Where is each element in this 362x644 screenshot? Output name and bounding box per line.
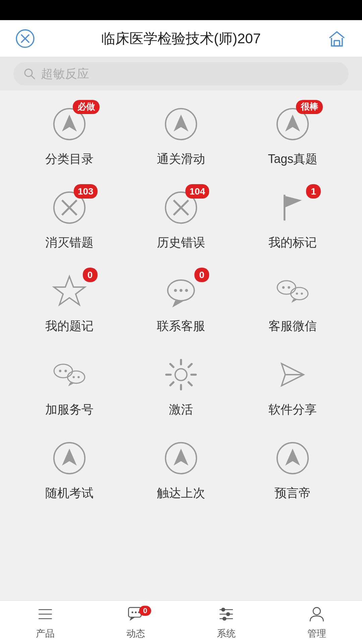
grid-item-my-notes[interactable]: 0我的题记 xyxy=(20,271,118,334)
clear-errors-label: 消灭错题 xyxy=(45,234,94,251)
classify-icon-wrapper: 必做 xyxy=(49,104,89,144)
page-title: 临床医学检验技术(师)207 xyxy=(101,29,261,48)
svg-point-26 xyxy=(288,286,290,288)
grid-item-tags[interactable]: 很棒Tags真题 xyxy=(244,104,342,167)
close-button[interactable] xyxy=(13,27,37,50)
search-input[interactable]: 超敏反应 xyxy=(13,62,349,86)
grid-item-contact-service[interactable]: 0联系客服 xyxy=(132,271,230,334)
grid-item-activate[interactable]: 激活 xyxy=(132,355,230,418)
my-marks-icon-wrapper: 1 xyxy=(273,187,313,228)
svg-rect-3 xyxy=(334,41,340,46)
svg-point-36 xyxy=(175,369,187,380)
touch-last-label: 触达上次 xyxy=(157,485,205,501)
svg-point-24 xyxy=(277,281,296,294)
svg-marker-41 xyxy=(62,448,77,466)
search-icon xyxy=(23,68,36,80)
search-placeholder: 超敏反应 xyxy=(41,66,89,82)
clear-errors-icon-wrapper: 103 xyxy=(49,187,89,228)
svg-point-58 xyxy=(223,617,226,620)
tab-bar: 产品0动态系统管理 xyxy=(0,600,362,644)
products-tab-icon xyxy=(36,605,54,625)
svg-point-33 xyxy=(67,371,84,383)
predict-icon-wrapper xyxy=(273,438,313,478)
predict-label: 预言帝 xyxy=(275,485,311,501)
random-test-label: 随机考试 xyxy=(45,485,94,501)
tab-system[interactable]: 系统 xyxy=(181,605,272,640)
tab-manage[interactable]: 管理 xyxy=(272,605,362,640)
header: 临床医学检验技术(师)207 xyxy=(0,20,362,57)
svg-point-29 xyxy=(301,292,303,294)
classify-badge: 必做 xyxy=(73,100,100,114)
svg-point-27 xyxy=(291,287,308,300)
share-label: 软件分享 xyxy=(268,401,317,418)
svg-point-51 xyxy=(135,611,136,613)
pass-icon-wrapper xyxy=(161,104,201,144)
clear-errors-badge: 103 xyxy=(74,184,98,199)
pass-label: 通关滑动 xyxy=(157,151,205,167)
svg-point-30 xyxy=(54,364,72,378)
svg-point-21 xyxy=(174,289,177,292)
dynamic-tab-badge: 0 xyxy=(139,606,151,616)
grid-item-pass[interactable]: 通关滑动 xyxy=(132,104,230,167)
grid-item-history-errors[interactable]: 104历史错误 xyxy=(132,187,230,251)
history-errors-icon-wrapper: 104 xyxy=(161,187,201,228)
random-test-icon-wrapper xyxy=(49,438,89,478)
svg-point-56 xyxy=(222,608,225,611)
grid-item-clear-errors[interactable]: 103消灭错题 xyxy=(20,187,118,251)
svg-point-31 xyxy=(59,370,61,372)
tab-dynamic[interactable]: 0动态 xyxy=(90,605,181,640)
home-button[interactable] xyxy=(325,27,349,50)
add-service-icon-wrapper xyxy=(49,355,89,395)
svg-point-23 xyxy=(185,289,188,292)
svg-point-50 xyxy=(131,611,133,613)
tags-icon-wrapper: 很棒 xyxy=(273,104,313,144)
svg-point-34 xyxy=(72,376,74,378)
my-notes-icon-wrapper: 0 xyxy=(49,271,89,311)
svg-point-22 xyxy=(180,289,183,292)
svg-point-25 xyxy=(282,286,285,288)
my-notes-label: 我的题记 xyxy=(45,318,94,334)
tags-label: Tags真题 xyxy=(268,151,317,167)
svg-marker-43 xyxy=(174,448,188,466)
grid-area: 必做分类目录通关滑动很棒Tags真题103消灭错题104历史错误1我的标记0我的… xyxy=(0,91,362,515)
grid-item-my-marks[interactable]: 1我的标记 xyxy=(244,187,342,251)
svg-point-57 xyxy=(227,612,230,615)
status-bar xyxy=(0,0,362,20)
activate-icon-wrapper xyxy=(161,355,201,395)
system-tab-label: 系统 xyxy=(217,627,236,640)
svg-point-28 xyxy=(296,292,298,294)
svg-marker-11 xyxy=(285,114,300,131)
history-errors-badge: 104 xyxy=(185,184,209,199)
svg-marker-45 xyxy=(285,448,300,466)
my-marks-badge: 1 xyxy=(306,184,321,199)
contact-service-label: 联系客服 xyxy=(157,318,205,334)
svg-marker-9 xyxy=(174,114,188,131)
grid-item-wechat-service[interactable]: 客服微信 xyxy=(244,271,342,334)
classify-label: 分类目录 xyxy=(45,151,94,167)
dynamic-tab-label: 动态 xyxy=(126,627,145,640)
my-marks-label: 我的标记 xyxy=(268,234,317,251)
tags-badge: 很棒 xyxy=(296,100,323,114)
tab-products[interactable]: 产品 xyxy=(0,605,90,640)
contact-service-icon-wrapper: 0 xyxy=(161,271,201,311)
search-bar: 超敏反应 xyxy=(0,57,362,91)
grid-item-random-test[interactable]: 随机考试 xyxy=(20,438,118,501)
grid-item-classify[interactable]: 必做分类目录 xyxy=(20,104,118,167)
manage-tab-icon xyxy=(308,605,326,625)
svg-marker-19 xyxy=(54,276,84,305)
wechat-service-icon-wrapper xyxy=(273,271,313,311)
products-tab-label: 产品 xyxy=(36,627,55,640)
manage-tab-label: 管理 xyxy=(307,627,326,640)
system-tab-icon xyxy=(217,605,235,625)
grid-item-touch-last[interactable]: 触达上次 xyxy=(132,438,230,501)
my-notes-badge: 0 xyxy=(83,268,98,282)
svg-point-32 xyxy=(64,370,67,372)
svg-line-5 xyxy=(31,75,35,79)
svg-point-59 xyxy=(313,607,320,615)
grid-item-add-service[interactable]: 加服务号 xyxy=(20,355,118,418)
share-icon-wrapper xyxy=(273,355,313,395)
add-service-label: 加服务号 xyxy=(45,401,94,418)
svg-point-35 xyxy=(77,376,79,378)
grid-item-share[interactable]: 软件分享 xyxy=(244,355,342,418)
grid-item-predict[interactable]: 预言帝 xyxy=(244,438,342,501)
